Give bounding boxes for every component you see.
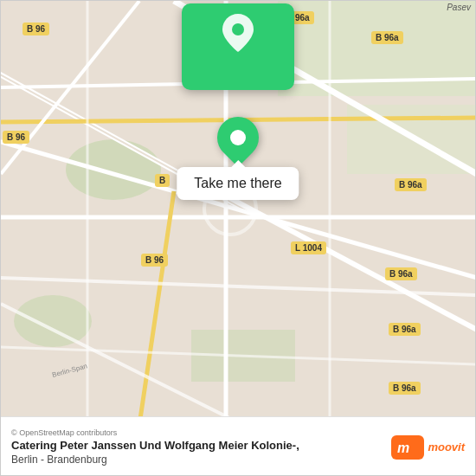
tooltip-text: Take me there bbox=[194, 176, 281, 190]
location-name: Catering Peter Janssen Und Wolfgang Meie… bbox=[11, 439, 299, 452]
moovit-label: moovit bbox=[428, 441, 465, 453]
svg-text:m: m bbox=[397, 441, 409, 455]
marker-pin-inner bbox=[230, 130, 246, 145]
route-badge-b96-left: B 96 bbox=[3, 131, 29, 144]
green-marker-card[interactable] bbox=[182, 3, 294, 90]
tooltip-popup[interactable]: Take me there bbox=[177, 167, 299, 200]
svg-point-24 bbox=[232, 23, 244, 35]
route-badge-l1004: L 1004 bbox=[291, 241, 326, 254]
pasev-label: Pasev bbox=[447, 3, 471, 12]
route-badge-b96a-top-right: B 96a bbox=[371, 31, 403, 44]
route-badge-b96-top: B 96 bbox=[23, 23, 49, 35]
bottom-info-bar: © OpenStreetMap contributors Catering Pe… bbox=[1, 416, 475, 475]
osm-attribution: © OpenStreetMap contributors bbox=[11, 428, 299, 437]
route-badge-b96a-br2: B 96a bbox=[389, 323, 421, 336]
location-pin-icon bbox=[222, 14, 254, 52]
moovit-icon: m bbox=[391, 435, 424, 460]
route-badge-b96a-br1: B 96a bbox=[385, 267, 417, 280]
location-sub: Berlin - Brandenburg bbox=[11, 453, 299, 466]
marker-pin-shape bbox=[209, 108, 267, 167]
route-badge-b96a-br3: B 96a bbox=[389, 382, 421, 395]
route-badge-b96-bottom: B 96 bbox=[141, 254, 168, 267]
map-marker bbox=[217, 117, 259, 158]
svg-point-1 bbox=[66, 139, 161, 200]
app-container: Berlin-Span B 96 B 96a B 96a B 96a B 96 … bbox=[0, 0, 476, 476]
moovit-logo[interactable]: m moovit bbox=[391, 435, 465, 460]
route-badge-b-center: B bbox=[155, 174, 170, 187]
svg-point-4 bbox=[14, 295, 92, 347]
map-area[interactable]: Berlin-Span B 96 B 96a B 96a B 96a B 96 … bbox=[1, 1, 475, 416]
route-badge-b96a-mid-right: B 96a bbox=[395, 178, 427, 191]
bottom-left-info: © OpenStreetMap contributors Catering Pe… bbox=[11, 428, 299, 466]
